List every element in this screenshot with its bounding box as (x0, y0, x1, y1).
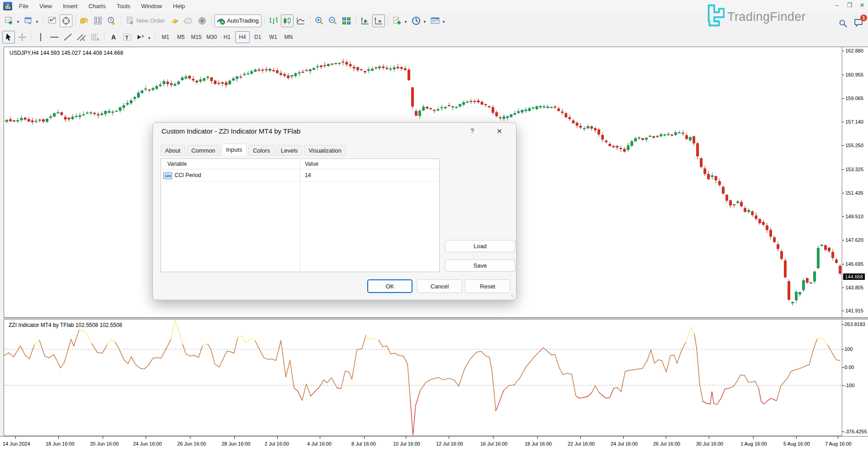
equidistant-channel-icon: E (76, 32, 86, 42)
chevron-down-icon[interactable]: ▼ (16, 17, 20, 25)
timeframe-mn[interactable]: MN (281, 31, 296, 43)
variable-value[interactable]: 14 (305, 172, 311, 178)
zoom-in-button[interactable] (313, 14, 326, 27)
menu-item-charts[interactable]: Charts (83, 3, 111, 10)
new-chart-icon (5, 16, 14, 26)
tile-windows-button[interactable] (340, 14, 353, 27)
text-label-button[interactable]: T (121, 31, 133, 43)
time-tick-label: 30 Jul 16:00 (696, 441, 723, 446)
new-order-icon (125, 16, 135, 26)
time-axis[interactable]: 14 Jun 202418 Jun 16:0020 Jun 16:0024 Ju… (0, 436, 868, 451)
menu-item-window[interactable]: Window (136, 3, 167, 10)
metaeditor-button[interactable] (169, 14, 181, 27)
vertical-line-icon (36, 32, 46, 42)
help-icon[interactable]: ? (467, 127, 477, 134)
price-tick-label: 155.250 (845, 143, 863, 148)
indicator-tick (842, 324, 844, 325)
periods-clock-button[interactable]: ▼ (410, 14, 428, 27)
crosshair-window-button[interactable] (60, 14, 72, 27)
timeframe-m5[interactable]: M5 (174, 31, 188, 43)
menu-item-insert[interactable]: Insert (57, 3, 83, 10)
new-chart-button[interactable]: ▼ (3, 14, 21, 27)
chart-shift-button[interactable] (372, 14, 385, 27)
horizontal-line-button[interactable] (48, 31, 61, 43)
table-row[interactable]: 123 CCI Period 14 (161, 169, 439, 182)
menu-item-file[interactable]: File (14, 3, 34, 10)
timeframe-w1[interactable]: W1 (266, 31, 280, 43)
strategy-tester-button[interactable] (105, 14, 118, 27)
options-button[interactable] (196, 14, 209, 27)
chevron-down-icon[interactable]: ▼ (35, 17, 39, 25)
save-button[interactable]: Save (445, 259, 515, 272)
timeframe-h1[interactable]: H1 (220, 31, 234, 43)
menu-item-help[interactable]: Help (167, 3, 190, 10)
tab-about[interactable]: About (161, 145, 185, 156)
indicators-add-button[interactable]: ▼ (391, 14, 409, 27)
price-tick-label: 149.510 (845, 214, 863, 219)
auto-scroll-button[interactable] (359, 14, 371, 27)
chevron-down-icon[interactable]: ▼ (422, 17, 427, 25)
trendline-button[interactable] (62, 31, 74, 43)
market-watch-button[interactable] (46, 14, 59, 27)
timeframe-h4[interactable]: H4 (235, 31, 250, 43)
indicator-axis[interactable]: 263.81831000.00-100-376.4255 (842, 320, 868, 436)
text-button[interactable]: A (107, 31, 120, 43)
arrows-button[interactable]: ▼ (134, 31, 152, 43)
options-icon (197, 16, 207, 26)
tradingfinder-logo-icon (704, 4, 725, 27)
menu-item-tools[interactable]: Tools (111, 3, 136, 10)
vertical-line-button[interactable] (34, 31, 47, 43)
bar-chart-button[interactable] (267, 14, 280, 27)
reset-button[interactable]: Reset (465, 279, 510, 293)
chart-shift-icon (374, 16, 384, 26)
candlestick-button[interactable] (281, 14, 294, 27)
tab-colors[interactable]: Colors (248, 145, 275, 156)
indicator-pane[interactable]: ZZI Indicator MT4 by TFlab 102.5508 102.… (4, 320, 842, 436)
auto-scroll-icon (360, 16, 370, 26)
expert-advisors-button[interactable] (182, 14, 195, 27)
timeframe-m15[interactable]: M15 (189, 31, 204, 43)
tab-levels[interactable]: Levels (276, 145, 303, 156)
equidistant-channel-button[interactable]: E (75, 31, 88, 43)
chevron-down-icon[interactable]: ▼ (441, 17, 446, 25)
autotrading-button[interactable]: AutoTrading (214, 14, 261, 27)
numeric-input-icon: 123 (163, 172, 172, 179)
chevron-down-icon[interactable]: ▼ (403, 17, 408, 25)
time-tick-label: 7 Aug 16:00 (825, 441, 852, 446)
cancel-button[interactable]: Cancel (417, 279, 462, 293)
variable-name: CCI Period (175, 172, 201, 178)
search-icon[interactable] (839, 19, 848, 28)
fibonacci-button[interactable]: F (89, 31, 101, 43)
tab-inputs[interactable]: Inputs (222, 144, 247, 156)
pointer-button[interactable] (2, 31, 15, 43)
chevron-down-icon[interactable]: ▼ (147, 33, 151, 41)
timeframe-m30[interactable]: M30 (204, 31, 219, 43)
dialog-title: Custom Indicator - ZZI Indicator MT4 by … (161, 127, 300, 135)
crosshair-tool-icon (17, 32, 27, 42)
data-window-button[interactable] (92, 14, 104, 27)
dialog-close-icon[interactable]: ✕ (493, 126, 505, 137)
menu-item-view[interactable]: View (34, 3, 57, 10)
profiles-button[interactable]: ▼ (22, 14, 40, 27)
crosshair-tool-button[interactable] (16, 31, 28, 43)
line-chart-button[interactable] (294, 14, 307, 27)
chat-icon[interactable]: 1 (854, 18, 864, 29)
strategy-tester-icon (107, 16, 117, 26)
timeframe-m1[interactable]: M1 (158, 31, 173, 43)
load-button[interactable]: Load (445, 240, 515, 252)
column-header-value: Value (305, 161, 318, 167)
time-tick (709, 437, 709, 439)
templates-button[interactable]: ▼ (429, 14, 447, 27)
zoom-out-button[interactable] (327, 14, 339, 27)
price-axis[interactable]: 162.880160.955159.065157.140155.250153.3… (842, 47, 868, 318)
new-order-button[interactable]: New Order (124, 14, 168, 27)
favorites-button[interactable] (78, 14, 91, 27)
resize-grip-icon[interactable] (510, 294, 514, 298)
dialog-tabs: AboutCommonInputsColorsLevelsVisualizati… (161, 144, 346, 156)
price-tick-label: 160.955 (845, 72, 863, 77)
timeframe-d1[interactable]: D1 (251, 31, 265, 43)
tab-common[interactable]: Common (187, 145, 220, 156)
ok-button[interactable]: OK (367, 279, 413, 293)
price-tick-label: 162.880 (845, 48, 863, 53)
tab-visualization[interactable]: Visualization (304, 145, 346, 156)
